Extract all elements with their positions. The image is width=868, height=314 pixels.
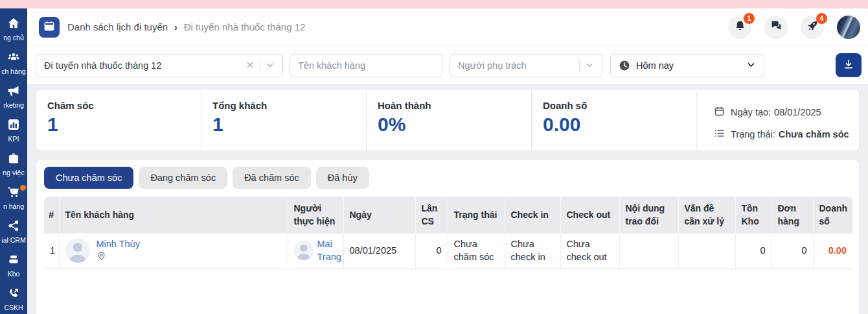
sidebar-item-label: Kho xyxy=(8,271,20,278)
home-icon xyxy=(7,17,20,32)
breadcrumb: Danh sách lịch đi tuyến › Đi tuyến nhà t… xyxy=(67,8,305,45)
notifications-button[interactable]: 1 xyxy=(728,16,751,39)
created-date-row: Ngày tạo: 08/01/2025 xyxy=(714,106,859,119)
cell-stock: 0 xyxy=(735,234,771,269)
cell-status: Chưa chăm sóc xyxy=(448,234,505,269)
col-orders: Đơn hàng xyxy=(771,197,813,234)
rocket-button[interactable]: 4 xyxy=(801,16,824,39)
stat-care: Chăm sóc 1 xyxy=(36,90,201,151)
stat-value: 1 xyxy=(212,114,366,135)
breadcrumb-current: Đi tuyến nhà thuốc tháng 12 xyxy=(184,21,306,32)
location-pin-icon[interactable] xyxy=(97,251,140,264)
stat-label: Hoàn thành xyxy=(378,100,531,111)
stat-label: Tổng khách xyxy=(212,100,366,111)
sidebar-item-home[interactable]: ng chủ xyxy=(0,12,27,46)
cart-icon xyxy=(7,186,20,201)
megaphone-icon xyxy=(7,84,20,100)
status-label: Trạng thái: xyxy=(731,129,775,139)
clear-icon[interactable] xyxy=(246,60,255,71)
stat-value: 1 xyxy=(47,114,201,135)
chevron-down-icon[interactable] xyxy=(746,60,756,71)
summary-card: Chăm sóc 1 Tổng khách 1 Hoàn thành 0% Do… xyxy=(36,89,860,151)
status-tabs: Chưa chăm sóc Đang chăm sóc Đã chăm sóc … xyxy=(36,160,859,195)
sidebar-item-label: ng việc xyxy=(3,169,24,176)
status-value: Chưa chăm sóc xyxy=(779,129,849,139)
schedule-meta: Ngày tạo: 08/01/2025 Trạng thái: Chưa ch… xyxy=(697,87,859,151)
sidebar-item-warehouse[interactable]: Kho xyxy=(0,248,27,282)
cell-check-in: Chưa check in xyxy=(505,234,560,269)
col-customer: Tên khách hàng xyxy=(59,197,288,234)
download-button[interactable] xyxy=(836,53,862,77)
sidebar-item-label: ng chủ xyxy=(3,34,24,42)
messages-button[interactable] xyxy=(764,16,788,39)
schedule-detail-card: Chưa chăm sóc Đang chăm sóc Đã chăm sóc … xyxy=(36,159,860,314)
col-status: Trạng thái xyxy=(448,197,505,234)
cell-date: 08/01/2025 xyxy=(343,234,415,269)
customer-name-placeholder: Tên khách hàng xyxy=(298,60,365,71)
stat-revenue: Doanh số 0.00 xyxy=(532,90,697,151)
calendar-outline-icon xyxy=(714,106,725,119)
sidebar-item-customers[interactable]: ch hàng xyxy=(0,46,27,80)
col-issues: Vấn đề cần xử lý xyxy=(678,197,735,234)
tab-cared[interactable]: Đã chăm sóc xyxy=(233,167,311,189)
schedule-select-value: Đi tuyến nhà thuốc tháng 12 xyxy=(44,60,161,71)
stat-label: Doanh số xyxy=(543,100,696,111)
calendar-icon xyxy=(43,20,55,34)
chat-icon xyxy=(770,19,782,34)
col-date: Ngày xyxy=(343,197,415,234)
col-assignee: Người thực hiện xyxy=(288,197,343,234)
sidebar-item-label: n hàng xyxy=(3,203,24,210)
tab-cancelled[interactable]: Đã hủy xyxy=(316,167,369,189)
col-care-count: Lần CS xyxy=(415,197,448,234)
notification-badge: 1 xyxy=(744,13,755,24)
page-header: Danh sách lịch đi tuyến › Đi tuyến nhà t… xyxy=(27,8,868,45)
date-range-select[interactable]: Hôm nay xyxy=(610,54,764,77)
stat-total-customers: Tổng khách 1 xyxy=(201,90,367,151)
download-icon xyxy=(843,58,854,73)
col-stock: Tồn Kho xyxy=(735,197,771,234)
chevron-down-icon[interactable] xyxy=(585,60,594,71)
status-row: Trạng thái: Chưa chăm sóc xyxy=(714,128,859,141)
breadcrumb-parent[interactable]: Danh sách lịch đi tuyến xyxy=(67,21,168,32)
customer-name-input[interactable]: Tên khách hàng xyxy=(290,54,442,77)
sidebar-item-sales[interactable]: n hàng xyxy=(0,181,27,215)
sidebar-item-tasks[interactable]: ng việc xyxy=(0,147,27,181)
clock-icon xyxy=(619,60,630,71)
assignee-avatar xyxy=(294,241,314,260)
sidebar: ng chủ ch hàng rketing KPI ng việc n hàn… xyxy=(0,8,27,314)
phone-outgoing-icon xyxy=(7,287,20,302)
filter-bar: Đi tuyến nhà thuốc tháng 12 Tên khách hà… xyxy=(27,45,868,85)
cell-care-count: 0 xyxy=(415,234,448,269)
cell-assignee: Mai Trang xyxy=(288,234,343,269)
stack-icon xyxy=(7,253,20,269)
customer-name-link[interactable]: Minh Thùy xyxy=(97,239,140,249)
cell-revenue: 0.00 xyxy=(813,234,852,269)
schedule-select[interactable]: Đi tuyến nhà thuốc tháng 12 xyxy=(36,54,283,77)
cell-check-out: Chưa check out xyxy=(560,234,619,269)
sidebar-item-label: rketing xyxy=(3,102,24,109)
sidebar-item-marketing[interactable]: rketing xyxy=(0,80,27,114)
sidebar-item-label: ial CRM xyxy=(1,237,25,244)
assignee-select[interactable]: Người phụ trách xyxy=(450,54,602,77)
assignee-name-link[interactable]: Mai Trang xyxy=(317,237,341,264)
sidebar-item-social-crm[interactable]: ial CRM xyxy=(0,215,27,248)
sidebar-item-cskh[interactable]: CSKH xyxy=(0,282,27,314)
stat-value: 0.00 xyxy=(543,114,696,135)
col-index: # xyxy=(44,197,59,234)
chevron-down-icon[interactable] xyxy=(266,60,275,71)
sidebar-item-kpi[interactable]: KPI xyxy=(0,114,27,147)
customer-avatar xyxy=(65,238,90,263)
date-range-value: Hôm nay xyxy=(636,60,674,71)
cell-issues xyxy=(678,234,735,269)
col-revenue: Doanh số xyxy=(813,197,852,234)
tab-not-cared[interactable]: Chưa chăm sóc xyxy=(44,167,133,189)
col-notes: Nội dung trao đổi xyxy=(619,197,678,234)
user-avatar[interactable] xyxy=(837,16,860,39)
breadcrumb-separator-icon: › xyxy=(174,22,177,32)
cell-notes xyxy=(619,234,678,269)
cell-customer: Minh Thùy xyxy=(59,234,288,269)
table-header-row: # Tên khách hàng Người thực hiện Ngày Lầ… xyxy=(44,197,852,234)
users-icon xyxy=(7,51,20,66)
tab-in-progress[interactable]: Đang chăm sóc xyxy=(139,167,227,189)
schedule-calendar-button[interactable] xyxy=(39,17,60,38)
